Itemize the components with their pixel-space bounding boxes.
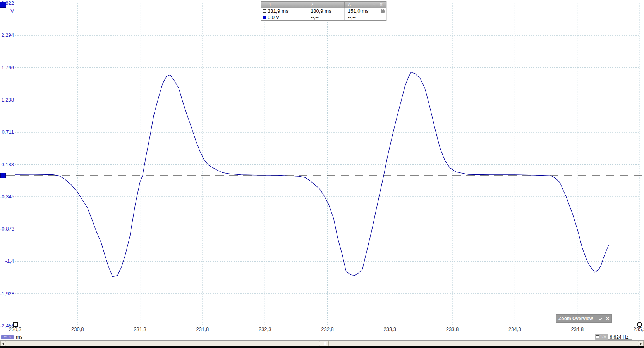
measurement-cell: --,-- xyxy=(344,14,386,20)
time-cursor-icon xyxy=(263,9,266,13)
zoom-overview-titlebar[interactable]: Zoom Overview × xyxy=(556,315,611,322)
scroll-right-button[interactable] xyxy=(638,341,644,346)
measurement-cell: 0,0 V xyxy=(261,14,307,20)
measurement-cell: 180,9 ms xyxy=(307,8,344,14)
column-header-2: 2 xyxy=(307,2,344,8)
x-axis-tick-label: 234,8 xyxy=(566,327,589,332)
y-axis-tick-label: 0,711 xyxy=(0,129,14,135)
x-axis-tick-label: 231,3 xyxy=(129,327,152,332)
column-header-1: 1 xyxy=(261,2,307,8)
x-axis-tick-label: 232,3 xyxy=(253,327,276,332)
y-axis-tick-label: -0,873 xyxy=(0,226,14,232)
y-axis-tick-label: 2,294 xyxy=(0,33,14,38)
minimize-button[interactable]: – xyxy=(371,2,377,8)
y-axis-tick-label: -0,345 xyxy=(0,194,14,200)
lock-icon[interactable] xyxy=(381,9,385,13)
x-axis-unit-label: ms xyxy=(16,334,22,340)
frequency-legend-badge[interactable]: 1/Δ xyxy=(595,334,608,340)
frequency-checkbox-icon[interactable] xyxy=(596,335,599,338)
restore-window-icon[interactable] xyxy=(599,317,603,320)
y-axis-tick-label: 1,766 xyxy=(0,65,14,71)
scroll-left-button[interactable] xyxy=(0,341,6,346)
scrollbar-thumb[interactable] xyxy=(319,341,329,346)
close-button[interactable]: × xyxy=(378,2,384,8)
y-axis-unit-label: V xyxy=(0,8,14,14)
measurement-panel-header[interactable]: 1 2 Δ – × xyxy=(261,2,386,8)
y-axis-tick-label: -1,4 xyxy=(0,258,14,264)
oscilloscope-window: 2,8222,2941,7661,2380,7110,183-0,345-0,8… xyxy=(0,0,644,348)
arrow-right-icon xyxy=(640,342,642,345)
measurement-cell: 151,0 ms xyxy=(344,8,386,14)
x-axis-tick-label: 233,8 xyxy=(441,327,464,332)
x-axis-tick-label: 230,8 xyxy=(66,327,89,332)
channel-zero-offset-handle-icon[interactable] xyxy=(0,173,6,178)
voltage-cursor-icon xyxy=(263,16,266,19)
x-axis-tick-label: 235,3 xyxy=(628,327,644,332)
y-axis-tick-label: -1,928 xyxy=(0,291,14,296)
x-axis-tick-label: 230,3 xyxy=(3,327,27,332)
cursor-square-handle-icon[interactable] xyxy=(13,322,18,327)
x-axis-tick-label: 231,8 xyxy=(191,327,214,332)
y-axis-tick-label: 1,238 xyxy=(0,97,14,103)
frequency-label: 1/Δ xyxy=(600,334,606,339)
zoom-factor-badge[interactable]: x1.0 xyxy=(1,335,14,339)
measurement-row-time: 331,9 ms 180,9 ms 151,0 ms xyxy=(261,8,386,14)
measurement-cell: 331,9 ms xyxy=(261,8,307,14)
horizontal-scrollbar[interactable] xyxy=(0,340,644,346)
arrow-left-icon xyxy=(2,342,4,345)
measurement-row-voltage: 0,0 V --,-- --,-- xyxy=(261,14,386,20)
frequency-value-box: 6,624 Hz xyxy=(608,334,632,340)
channel-scale-top-handle-icon[interactable] xyxy=(0,2,6,8)
y-axis-tick-label: 0,183 xyxy=(0,162,14,167)
cursor-measurement-panel[interactable]: 1 2 Δ – × 331,9 ms 180,9 ms 151,0 ms 0,0… xyxy=(261,1,386,21)
window-bottom-edge xyxy=(0,346,644,348)
cursor-circle-handle-icon[interactable] xyxy=(637,322,642,327)
frequency-readout-group: 1/Δ 6,624 Hz xyxy=(595,334,632,340)
x-axis-tick-label: 234,3 xyxy=(503,327,526,332)
zoom-overview-title: Zoom Overview xyxy=(556,316,599,321)
close-icon[interactable]: × xyxy=(605,315,610,322)
x-axis-tick-label: 233,3 xyxy=(378,327,402,332)
x-axis-tick-label: 232,8 xyxy=(316,327,339,332)
measurement-cell: --,-- xyxy=(307,14,344,20)
waveform-plot xyxy=(0,0,644,348)
